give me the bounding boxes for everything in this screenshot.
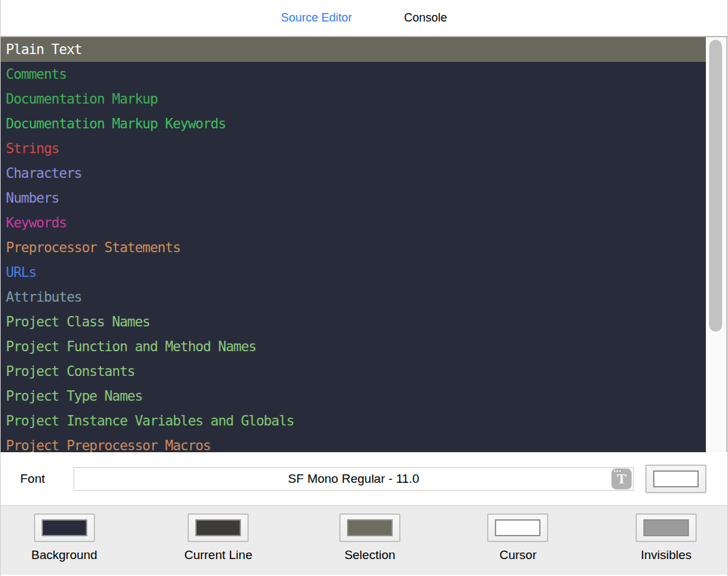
scrollbar-thumb[interactable]: [709, 40, 722, 332]
font-panel-icon-dots: [614, 470, 622, 472]
color-well-item-invisibles: Invisibles: [636, 513, 697, 575]
syntax-category-rows: Plain TextCommentsDocumentation MarkupDo…: [1, 37, 727, 452]
syntax-row[interactable]: Project Type Names: [1, 384, 727, 409]
syntax-row[interactable]: Project Class Names: [1, 310, 727, 334]
syntax-row[interactable]: Plain Text: [1, 37, 727, 62]
selection-label: Selection: [344, 548, 395, 562]
tab-bar: Source EditorConsole: [1, 0, 727, 36]
color-well-item-cursor: Cursor: [487, 513, 548, 575]
invisibles-color-swatch: [643, 519, 689, 536]
current-line-label: Current Line: [184, 548, 253, 562]
syntax-row[interactable]: Project Instance Variables and Globals: [1, 409, 727, 433]
cursor-label: Cursor: [499, 548, 537, 562]
invisibles-label: Invisibles: [641, 548, 692, 562]
invisibles-color-well[interactable]: [636, 513, 697, 542]
background-color-swatch: [42, 519, 87, 536]
current-line-color-well[interactable]: [188, 513, 249, 542]
text-color-well[interactable]: [645, 465, 707, 493]
syntax-row[interactable]: Comments: [1, 62, 727, 87]
tab-source-editor[interactable]: Source Editor: [281, 11, 352, 25]
background-color-well[interactable]: [34, 513, 95, 542]
syntax-row[interactable]: Documentation Markup Keywords: [1, 111, 727, 136]
syntax-row[interactable]: URLs: [1, 260, 727, 285]
font-field[interactable]: SF Mono Regular - 11.0 T: [74, 467, 634, 491]
syntax-row[interactable]: Project Function and Method Names: [1, 334, 727, 359]
syntax-row[interactable]: Documentation Markup: [1, 87, 727, 111]
color-well-item-selection: Selection: [339, 513, 400, 575]
selection-color-well[interactable]: [339, 513, 400, 542]
syntax-row[interactable]: Keywords: [1, 210, 727, 235]
font-row: Font SF Mono Regular - 11.0 T: [1, 452, 727, 505]
scrollbar-track[interactable]: [706, 37, 727, 452]
text-color-swatch: [653, 470, 699, 487]
background-label: Background: [31, 548, 97, 562]
cursor-color-swatch: [495, 519, 540, 536]
theme-editor-pane: Source EditorConsole Plain TextCommentsD…: [0, 0, 728, 576]
syntax-row[interactable]: Preprocessor Statements: [1, 235, 727, 260]
cursor-color-well[interactable]: [487, 513, 548, 542]
syntax-row[interactable]: Characters: [1, 161, 727, 186]
tab-console[interactable]: Console: [404, 11, 447, 25]
font-field-value: SF Mono Regular - 11.0: [288, 472, 419, 486]
syntax-row[interactable]: Attributes: [1, 285, 727, 310]
syntax-row[interactable]: Project Preprocessor Macros: [1, 433, 727, 452]
color-well-item-background: Background: [31, 513, 97, 575]
syntax-row[interactable]: Numbers: [1, 186, 727, 210]
syntax-category-list: Plain TextCommentsDocumentation MarkupDo…: [1, 37, 727, 452]
current-line-color-swatch: [195, 519, 241, 536]
color-well-item-current-line: Current Line: [184, 513, 253, 575]
font-panel-icon[interactable]: T: [611, 468, 632, 489]
color-well-row: BackgroundCurrent LineSelectionCursorInv…: [1, 505, 727, 575]
syntax-row[interactable]: Strings: [1, 136, 727, 161]
syntax-row[interactable]: Project Constants: [1, 359, 727, 384]
selection-color-swatch: [347, 519, 393, 536]
font-label: Font: [20, 472, 45, 486]
